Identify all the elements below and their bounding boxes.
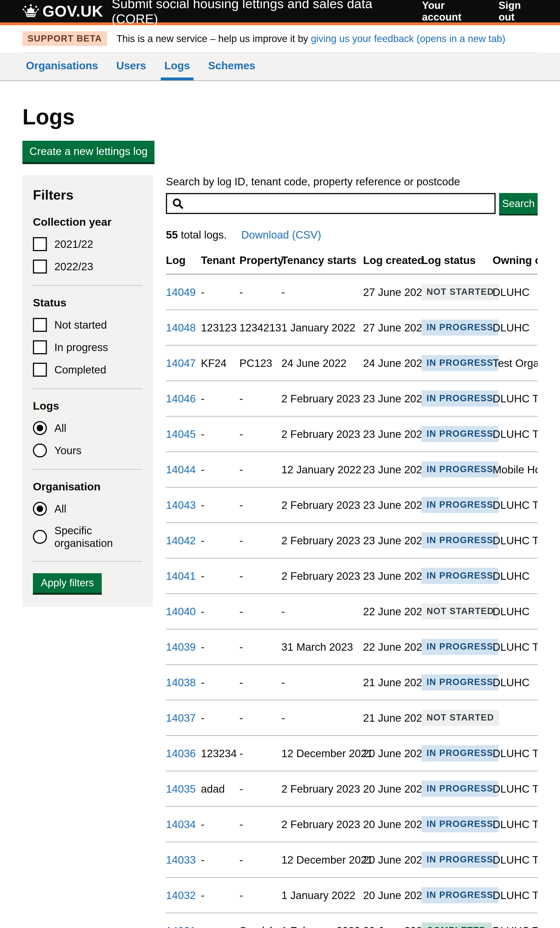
property-cell: - <box>240 842 281 878</box>
log-created-cell: 20 June 2022 <box>363 913 421 928</box>
property-cell: - <box>240 274 281 310</box>
checkbox[interactable] <box>33 237 47 251</box>
log-id-link[interactable]: 14048 <box>166 322 196 334</box>
property-cell: - <box>240 594 281 629</box>
tenancy-starts-cell: 2 February 2023 <box>281 523 363 558</box>
radio-label[interactable]: Yours <box>54 444 81 457</box>
log-created-cell: 23 June 2022 <box>363 417 421 452</box>
feedback-link[interactable]: giving us your feedback (opens in a new … <box>311 33 505 44</box>
main-content: Logs Create a new lettings log Filters C… <box>22 81 538 928</box>
owning-organisation-cell: DLUHC Tes <box>493 771 538 807</box>
nav-item[interactable]: Logs <box>161 53 194 80</box>
log-id-link[interactable]: 14042 <box>166 534 196 546</box>
table-header-row: LogTenantPropertyTenancy startsLog creat… <box>166 254 538 274</box>
filter-divider <box>33 469 143 470</box>
checkbox[interactable] <box>33 363 47 377</box>
organisation-filter-heading: Organisation <box>33 480 143 493</box>
tenant-cell: - <box>201 381 240 417</box>
property-cell: - <box>240 665 281 700</box>
table-row: 14043 - - 2 February 2023 23 June 2022 I… <box>166 487 538 523</box>
log-id-link[interactable]: 14047 <box>166 357 196 369</box>
radio[interactable] <box>33 502 47 516</box>
nav-item[interactable]: Schemes <box>204 53 259 80</box>
radio[interactable] <box>33 530 47 544</box>
log-id-link[interactable]: 14049 <box>166 286 196 298</box>
owning-organisation-cell: DLUHC Tes <box>493 736 538 771</box>
tenant-cell: - <box>201 417 240 452</box>
log-id-link[interactable]: 14033 <box>166 854 196 866</box>
status-badge: IN PROGRESS <box>421 461 498 478</box>
status-option: Not started <box>33 318 143 332</box>
sign-out-link[interactable]: Sign out <box>499 0 538 23</box>
owning-organisation-cell: DLUHC <box>493 665 538 700</box>
checkbox[interactable] <box>33 259 47 273</box>
log-id-link[interactable]: 14043 <box>166 499 196 511</box>
checkbox-label[interactable]: Completed <box>54 363 106 376</box>
tenancy-starts-cell: 1 February 2022 <box>281 913 363 928</box>
log-created-cell: 27 June 2022 <box>363 274 421 310</box>
property-cell: - <box>240 523 281 558</box>
status-badge: IN PROGRESS <box>421 497 498 513</box>
service-name-link[interactable]: Submit social housing lettings and sales… <box>111 0 407 26</box>
collection-year-option: 2022/23 <box>33 259 143 273</box>
log-id-link[interactable]: 14032 <box>166 889 196 901</box>
log-id-link[interactable]: 14034 <box>166 818 196 830</box>
radio[interactable] <box>33 443 47 458</box>
phase-banner-text-before: This is a new service – help us improve … <box>116 33 311 44</box>
apply-filters-button[interactable]: Apply filters <box>33 573 102 593</box>
nav-item[interactable]: Users <box>113 53 150 80</box>
logs-filter-heading: Logs <box>33 399 143 412</box>
log-id-link[interactable]: 14031 <box>166 925 196 928</box>
owning-organisation-cell: DLUHC <box>493 594 538 629</box>
table-row: 14048 123123 1234213 1 January 2022 27 J… <box>166 310 538 345</box>
radio[interactable] <box>33 421 47 435</box>
tenant-cell: - <box>201 842 240 878</box>
property-cell: - <box>240 700 281 736</box>
create-lettings-log-button[interactable]: Create a new lettings log <box>22 141 154 162</box>
table-row: 14035 adad - 2 February 2023 20 June 202… <box>166 771 538 807</box>
tenancy-starts-cell: 2 February 2023 <box>281 417 363 452</box>
tenant-cell: - <box>201 452 240 487</box>
logs-option: Yours <box>33 443 143 458</box>
govuk-home-link[interactable]: GOV.UK <box>22 2 103 20</box>
checkbox[interactable] <box>33 318 47 332</box>
owning-organisation-cell: DLUHC Tes <box>493 878 538 913</box>
log-id-link[interactable]: 14038 <box>166 676 196 688</box>
search-input[interactable] <box>166 193 496 214</box>
column-header: Log status <box>421 254 493 274</box>
checkbox[interactable] <box>33 340 47 354</box>
log-id-link[interactable]: 14036 <box>166 747 196 760</box>
checkbox-label[interactable]: 2022/23 <box>54 260 93 273</box>
govuk-logo-text: GOV.UK <box>43 2 103 20</box>
log-id-link[interactable]: 14035 <box>166 783 196 795</box>
table-row: 14036 123234 - 12 December 2021 20 June … <box>166 736 538 771</box>
radio-label[interactable]: All <box>54 502 66 515</box>
log-id-link[interactable]: 14045 <box>166 428 196 440</box>
checkbox-label[interactable]: Not started <box>54 319 107 331</box>
nav-item[interactable]: Organisations <box>22 53 102 80</box>
results-summary: 55 total logs.Download (CSV) <box>166 229 538 241</box>
radio-label[interactable]: All <box>54 422 66 434</box>
search-button[interactable]: Search <box>499 193 538 214</box>
download-csv-link[interactable]: Download (CSV) <box>241 229 321 241</box>
checkbox-label[interactable]: In progress <box>54 341 108 354</box>
property-cell: - <box>240 381 281 417</box>
log-id-link[interactable]: 14046 <box>166 392 196 405</box>
status-badge: IN PROGRESS <box>421 639 498 655</box>
logs-option: All <box>33 421 143 435</box>
checkbox-label[interactable]: 2021/22 <box>54 238 93 250</box>
primary-navigation: Organisations Users Logs Schemes <box>0 53 560 81</box>
radio-label[interactable]: Specific organisation <box>54 524 143 549</box>
status-option: In progress <box>33 340 143 354</box>
log-id-link[interactable]: 14041 <box>166 570 196 582</box>
filter-divider <box>33 285 143 286</box>
table-row: 14037 - - - 21 June 2022 NOT STARTED <box>166 700 538 736</box>
log-id-link[interactable]: 14037 <box>166 712 196 724</box>
owning-organisation-cell: DLUHC <box>493 558 538 594</box>
your-account-link[interactable]: Your account <box>422 0 484 23</box>
log-id-link[interactable]: 14044 <box>166 464 196 476</box>
log-id-link[interactable]: 14040 <box>166 606 196 618</box>
log-id-link[interactable]: 14039 <box>166 641 196 653</box>
property-cell: 1234213 <box>240 310 281 345</box>
owning-organisation-cell: DLUHC Tes <box>493 913 538 928</box>
